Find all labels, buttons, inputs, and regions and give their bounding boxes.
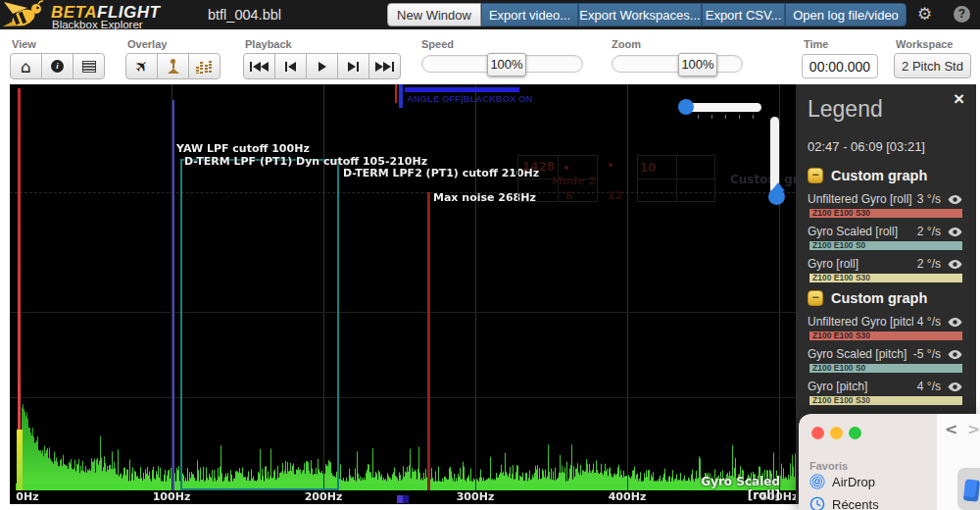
zoom-slider[interactable] <box>612 55 743 73</box>
finder-item-recents[interactable]: Récents <box>809 496 879 510</box>
overlay-sticks-button[interactable] <box>157 53 189 79</box>
time-section-label: Time <box>804 38 828 50</box>
legend-entry-name: Unfiltered Gyro [pitch] <box>808 315 913 329</box>
legend-entry-row[interactable]: Gyro Scaled [pitch]-5 °/s <box>808 347 962 361</box>
close-icon[interactable]: × <box>954 88 964 110</box>
event-marker-red <box>395 84 397 103</box>
eq-bars-icon <box>196 60 214 74</box>
minimize-traffic-light[interactable] <box>830 427 843 439</box>
playback-skip-end-button[interactable] <box>368 53 401 79</box>
flight-mode-event-text: ANGLE OFF|BLACKBOX ON <box>407 93 532 104</box>
faint-mode-text: Mode 2 <box>552 175 596 187</box>
faint-value-text: 10 <box>640 161 657 175</box>
speed-section-label: Speed <box>421 38 454 50</box>
speed-value[interactable]: 100% <box>487 53 526 76</box>
overlay-craft-button[interactable]: ✈ <box>125 53 158 79</box>
header-button-new-window[interactable]: New Window <box>387 3 481 26</box>
x-tick-100hz: 100Hz <box>153 490 191 503</box>
stick-position-dot <box>609 163 612 167</box>
favorites-heading: Favoris <box>809 460 848 472</box>
log-time-range: 02:47 - 06:09 [03:21] <box>808 139 962 154</box>
header-button-export-video[interactable]: Export video... <box>481 3 578 26</box>
top-bar: BETAFLIGHT Blackbox Explorer btfl_004.bb… <box>0 0 980 29</box>
settings-gear-icon[interactable]: ⚙ <box>917 4 932 25</box>
eye-icon[interactable] <box>948 382 962 392</box>
legend-entry-color-bar: Z100 E100 S30 <box>809 396 962 405</box>
finder-item-airdrop[interactable]: AirDrop <box>809 474 875 489</box>
finder-item-label: AirDrop <box>832 475 875 489</box>
header-button-export-csv[interactable]: Export CSV... <box>702 3 785 26</box>
clock-icon <box>809 496 825 510</box>
eye-icon[interactable] <box>948 349 962 360</box>
legend-entry-name: Unfiltered Gyro [roll] <box>808 192 913 206</box>
finder-window[interactable]: Favoris AirDrop Récents < > <box>799 414 980 510</box>
betaflight-hornet-logo-icon <box>2 0 45 29</box>
eye-icon[interactable] <box>948 194 962 205</box>
chevron-right-icon[interactable]: > <box>967 420 980 438</box>
view-home-button[interactable]: ⌂ <box>10 53 42 79</box>
legend-entry-value: 4 °/s <box>917 315 941 329</box>
plane-icon: ✈ <box>130 55 153 77</box>
flight-mode-event-bar <box>405 87 519 92</box>
zoom-section-label: Zoom <box>612 38 641 50</box>
collapse-minus-icon[interactable]: − <box>808 168 823 183</box>
finder-sidebar: Favoris AirDrop Récents <box>799 414 938 510</box>
playback-skip-start-button[interactable] <box>243 53 275 79</box>
play-icon <box>318 62 326 72</box>
legend-entry-value: 3 °/s <box>917 192 941 206</box>
header-button-export-workspaces[interactable]: Export Workspaces... <box>578 3 702 26</box>
eye-icon[interactable] <box>948 317 962 328</box>
playback-play-button[interactable] <box>306 53 338 79</box>
legend-group-title: Custom graph <box>831 290 927 306</box>
zoom-value[interactable]: 100% <box>678 53 717 76</box>
maximize-traffic-light[interactable] <box>849 427 861 439</box>
legend-entry-row[interactable]: Unfiltered Gyro [roll]3 °/s <box>808 192 962 206</box>
legend-entry-name: Gyro [pitch] <box>808 380 913 393</box>
legend-entry-name: Gyro Scaled [pitch] <box>808 347 909 361</box>
playback-prev-button[interactable] <box>274 53 307 79</box>
legend-entry-color-bar: Z100 E100 S30 <box>809 332 962 340</box>
close-traffic-light[interactable] <box>811 427 824 439</box>
view-section-label: View <box>12 38 36 50</box>
chevron-left-icon[interactable]: < <box>945 420 957 438</box>
legend-entry-color-bar: Z100 E100 S30 <box>809 209 962 218</box>
legend-entry-row[interactable]: Gyro Scaled [roll]2 °/s <box>808 225 962 238</box>
legend-entry-row[interactable]: Gyro [pitch]4 °/s <box>808 380 962 393</box>
next-frame-icon <box>348 62 360 72</box>
overlay-analyser-button[interactable] <box>188 53 220 79</box>
eye-icon[interactable] <box>948 259 962 270</box>
table-icon <box>82 61 96 73</box>
analyser-zoom-y-handle[interactable] <box>768 188 785 205</box>
overlay-section-label: Overlay <box>127 38 167 50</box>
prev-frame-icon <box>285 62 297 72</box>
legend-entry-value: 4 °/s <box>917 380 941 393</box>
header-button-open-log-file-video[interactable]: Open log file/video <box>785 3 906 26</box>
legend-group-header: −Custom graph <box>808 290 962 306</box>
gridline-400hz <box>627 84 628 490</box>
legend-groups: −Custom graphUnfiltered Gyro [roll]3 °/s… <box>808 168 962 405</box>
legend-entry-value: -5 °/s <box>913 347 941 361</box>
legend-entry-value: 2 °/s <box>917 225 941 238</box>
file-thumbnail-icon[interactable] <box>957 468 980 510</box>
analyser-zoom-x-handle[interactable] <box>678 99 694 115</box>
help-icon[interactable]: ? <box>954 6 970 23</box>
x-tick-0hz: 0Hz <box>16 490 38 503</box>
yaw-lpf-marker-line <box>172 100 174 490</box>
time-input[interactable]: 00:00.000 <box>802 54 878 78</box>
dterm-lpf-range-box <box>180 159 339 490</box>
x-tick-400hz: 400Hz <box>609 490 647 503</box>
dterm-lpf2-label: D-TERM LPF2 (PT1) cutoff 210Hz <box>343 167 539 179</box>
legend-entry-name: Gyro [roll] <box>808 257 913 271</box>
x-tick-300hz: 300Hz <box>457 490 495 503</box>
legend-entry-row[interactable]: Gyro [roll]2 °/s <box>808 257 962 271</box>
view-info-button[interactable]: i <box>41 53 74 79</box>
timeline-scrub-marker-dark[interactable] <box>403 495 409 503</box>
legend-entry-value: 2 °/s <box>917 257 941 271</box>
legend-entry-color-bar: Z100 E100 S0 <box>809 364 962 373</box>
playback-next-button[interactable] <box>337 53 369 79</box>
workspace-button[interactable]: 2 Pitch Std <box>894 53 971 78</box>
eye-icon[interactable] <box>948 227 962 237</box>
legend-entry-row[interactable]: Unfiltered Gyro [pitch]4 °/s <box>808 315 962 329</box>
collapse-minus-icon[interactable]: − <box>808 290 823 306</box>
view-table-button[interactable] <box>73 53 105 79</box>
